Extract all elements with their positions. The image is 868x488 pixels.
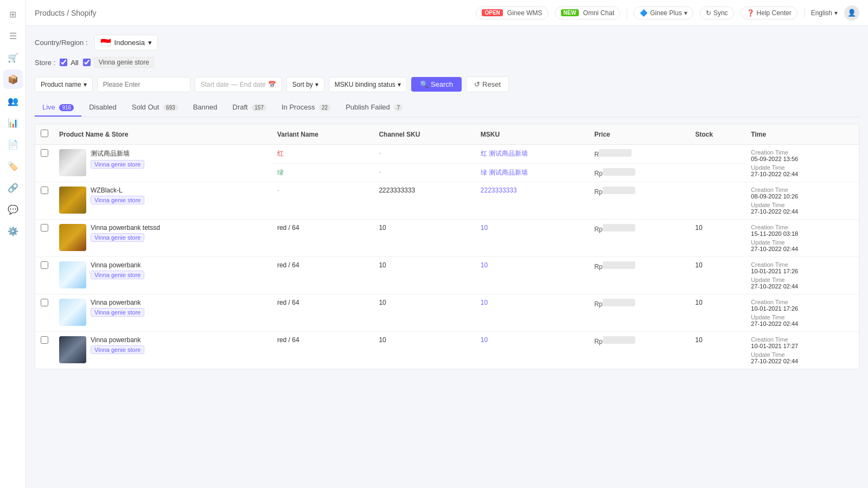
store-badge-4: Vinna genie store	[91, 271, 144, 279]
tab-sold-out-label: Sold Out	[132, 103, 159, 111]
tab-draft[interactable]: Draft 157	[225, 99, 274, 117]
sort-by-label: Sort by	[292, 81, 313, 88]
msku-link-1b[interactable]: 绿 测试商品新墙	[481, 169, 528, 176]
variant-name-3: red / 64	[277, 224, 299, 232]
msku-link-4[interactable]: 10	[481, 261, 488, 269]
sidebar-icon-users[interactable]: 👥	[3, 91, 23, 111]
date-range-picker[interactable]: Start date — End date 📅	[195, 77, 282, 92]
creation-time-val-6: 10-01-2021 17:27	[751, 343, 798, 349]
stock-3: 10	[695, 224, 703, 232]
ginee-plus-icon: 🔷	[640, 9, 648, 17]
update-time-val-1: 27-10-2022 02:44	[751, 171, 798, 177]
stock-4: 10	[695, 261, 703, 269]
row-checkbox-1[interactable]	[41, 149, 48, 157]
channel-sku-5: 10	[379, 299, 386, 306]
time-cell-3: Creation Time 15-11-2020 03:18 Update Ti…	[751, 224, 853, 252]
help-center-button[interactable]: ❓ Help Center	[741, 7, 797, 20]
creation-time-val-3: 15-11-2020 03:18	[751, 230, 798, 237]
product-name-1: 测试商品新墙	[91, 149, 144, 158]
creation-time-val-4: 10-01-2021 17:26	[751, 268, 798, 274]
country-selector[interactable]: 🇮🇩 Indonesia ▾	[94, 35, 158, 50]
tab-banned[interactable]: Banned	[186, 99, 225, 117]
search-button[interactable]: 🔍 Search	[411, 77, 462, 92]
table-row: 测试商品新墙 Vinna genie store 红 - 红 测试商品新墙 R	[35, 145, 859, 164]
open-badge: OPEN	[482, 9, 502, 16]
row-checkbox-2[interactable]	[41, 187, 48, 194]
row-checkbox-6[interactable]	[41, 336, 48, 344]
ginee-wms-button[interactable]: OPEN Ginee WMS	[476, 7, 548, 20]
user-avatar[interactable]: 👤	[844, 5, 859, 21]
store-vinna-checkbox[interactable]	[83, 59, 91, 66]
msku-link-6[interactable]: 10	[481, 336, 488, 344]
country-label: Country/Region :	[35, 38, 88, 47]
row-checkbox-5[interactable]	[41, 299, 48, 306]
channel-sku-1a: -	[379, 149, 381, 157]
tab-live[interactable]: Live 916	[35, 99, 81, 117]
msku-status-dropdown[interactable]: MSKU binding status ▾	[329, 77, 407, 92]
store-all-checkbox[interactable]	[60, 59, 67, 66]
time-cell-1: Creation Time 05-09-2022 13:56 Update Ti…	[751, 149, 853, 177]
price-prefix-1a: R	[594, 151, 599, 158]
sidebar-icon-messages[interactable]: 💬	[3, 200, 23, 219]
creation-time-label-3: Creation Time	[751, 224, 788, 230]
store-badge-5: Vinna genie store	[91, 308, 144, 317]
price-blur-6	[603, 336, 635, 344]
time-cell-6: Creation Time 10-01-2021 17:27 Update Ti…	[751, 336, 853, 364]
select-all-checkbox[interactable]	[41, 130, 48, 137]
stock-5: 10	[695, 299, 703, 306]
sort-by-dropdown[interactable]: Sort by ▾	[286, 77, 324, 92]
language-selector[interactable]: English ▾	[811, 9, 838, 17]
ginee-plus-button[interactable]: 🔷 Ginee Plus ▾	[634, 7, 693, 20]
row-checkbox-3[interactable]	[41, 224, 48, 232]
tab-publish-failed[interactable]: Publish Failed 7	[338, 99, 410, 117]
sidebar-icon-tags[interactable]: 🏷️	[3, 156, 23, 176]
msku-link-3[interactable]: 10	[481, 224, 488, 232]
search-icon: 🔍	[420, 80, 429, 88]
chevron-down-icon-lang: ▾	[834, 9, 838, 17]
product-name-label: Product name	[41, 81, 81, 88]
tab-sold-out[interactable]: Sold Out 693	[124, 99, 186, 117]
update-time-label-2: Update Time	[751, 202, 784, 208]
update-time-label-1: Update Time	[751, 164, 784, 171]
lang-label: English	[811, 9, 832, 17]
sidebar-icon-grid[interactable]: ⊞	[3, 4, 23, 24]
tab-draft-count: 157	[252, 104, 266, 111]
product-name-2: WZBlack-L	[91, 187, 144, 194]
sync-button[interactable]: ↻ Sync	[700, 7, 734, 20]
chevron-down-icon-sort: ▾	[315, 81, 318, 88]
tab-in-process[interactable]: In Process 22	[274, 99, 338, 117]
reset-icon: ↺	[474, 80, 480, 88]
product-cell-1: 测试商品新墙 Vinna genie store	[59, 149, 266, 176]
sidebar-icon-orders[interactable]: 🛒	[3, 48, 23, 67]
sidebar-icon-links[interactable]: 🔗	[3, 178, 23, 197]
msku-link-2[interactable]: 2223333333	[481, 187, 517, 194]
page-title: Products / Shopify	[35, 9, 469, 17]
price-prefix-2: Rp	[594, 188, 602, 196]
ginee-wms-label: Ginee WMS	[507, 9, 542, 17]
sidebar-icon-analytics[interactable]: 📊	[3, 113, 23, 132]
row-checkbox-4[interactable]	[41, 261, 48, 269]
store-filter-row: Store : All Vinna genie store	[35, 57, 859, 68]
product-cell-4: Vinna powerbank Vinna genie store	[59, 261, 266, 288]
omni-chat-label: Omni Chat	[583, 9, 614, 17]
store-tag[interactable]: Vinna genie store	[94, 57, 154, 68]
calendar-icon: 📅	[268, 81, 276, 88]
tab-publish-failed-label: Publish Failed	[346, 103, 390, 111]
sidebar-icon-products[interactable]: 📦	[3, 69, 23, 89]
omni-chat-button[interactable]: NEW Omni Chat	[555, 7, 621, 20]
table-row: Vinna powerbank Vinna genie store red / …	[35, 332, 859, 369]
sidebar-icon-settings[interactable]: ⚙️	[3, 221, 23, 241]
reset-button[interactable]: ↺ Reset	[466, 76, 509, 92]
tab-disabled[interactable]: Disabled	[81, 99, 124, 117]
variant-name-6: red / 64	[277, 336, 299, 344]
msku-link-5[interactable]: 10	[481, 299, 488, 306]
creation-time-label-6: Creation Time	[751, 336, 788, 343]
col-variant-name: Variant Name	[272, 124, 374, 145]
search-input[interactable]	[97, 77, 190, 92]
sidebar-icon-reports[interactable]: 📄	[3, 134, 23, 154]
col-channel-sku: Channel SKU	[373, 124, 475, 145]
sidebar-icon-menu[interactable]: ☰	[3, 26, 23, 46]
msku-link-1a[interactable]: 红 测试商品新墙	[481, 150, 528, 157]
update-time-label-5: Update Time	[751, 314, 784, 320]
product-name-dropdown[interactable]: Product name ▾	[35, 77, 93, 92]
